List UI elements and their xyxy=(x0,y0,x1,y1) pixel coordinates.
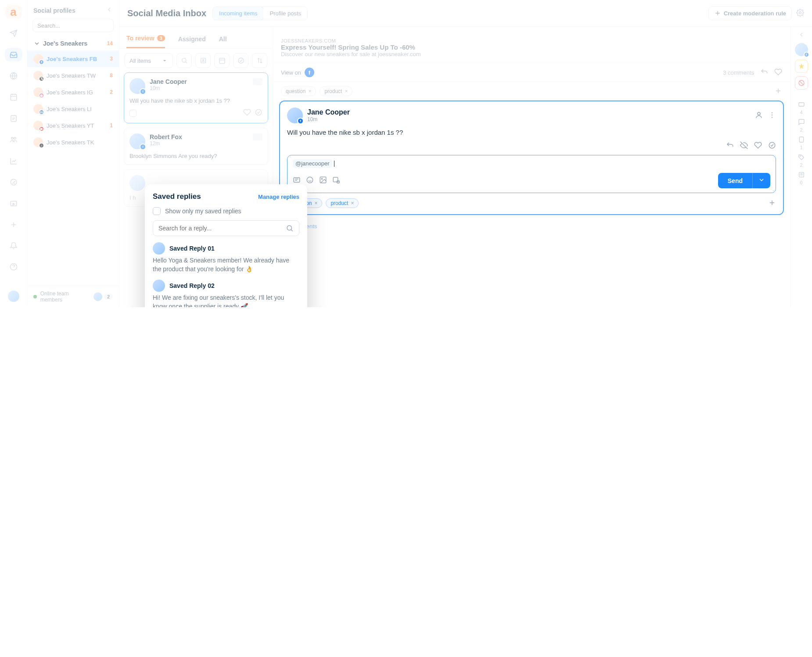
filter-search-icon[interactable] xyxy=(176,53,192,68)
tag-product[interactable]: product× xyxy=(320,86,352,96)
filter-check-icon[interactable] xyxy=(233,53,248,68)
profile-item-tw[interactable]: 𝕏 Joe's Sneakers TW 8 xyxy=(27,67,119,84)
nav-help-icon[interactable] xyxy=(5,260,22,273)
caret-down-icon xyxy=(161,57,168,64)
svg-point-19 xyxy=(772,117,772,118)
more-icon[interactable] xyxy=(768,111,776,120)
add-tag-icon[interactable] xyxy=(774,87,782,96)
seg-profile-posts[interactable]: Profile posts xyxy=(263,7,307,20)
saved-replies-popover: Saved replies Manage replies Show only m… xyxy=(145,184,307,307)
image-icon[interactable] xyxy=(319,176,327,185)
create-rule-button[interactable]: Create moderation rule xyxy=(708,6,792,20)
send-more-button[interactable] xyxy=(752,173,770,188)
nav-team-icon[interactable] xyxy=(5,133,22,146)
show-only-checkbox[interactable] xyxy=(153,207,161,215)
reply-search[interactable] xyxy=(153,220,299,236)
check-circle-icon[interactable] xyxy=(768,141,776,151)
heart-icon[interactable] xyxy=(774,68,782,77)
message-card[interactable]: f Robert Fox 12m Brooklyn Simmons Are yo… xyxy=(124,128,268,165)
profile-item-yt[interactable]: ▶ Joe's Sneakers YT 1 xyxy=(27,117,119,134)
svg-point-14 xyxy=(238,58,244,63)
svg-point-17 xyxy=(772,112,772,113)
svg-point-22 xyxy=(307,177,313,183)
saved-reply-item[interactable]: Saved Reply 02 Hi! We are fixing our sne… xyxy=(153,280,299,307)
nav-inbox-icon[interactable] xyxy=(5,48,22,61)
tag-remove-icon[interactable]: × xyxy=(345,88,348,94)
heart-icon[interactable] xyxy=(243,108,251,118)
rr-user-avatar[interactable]: f xyxy=(795,43,808,56)
filter-date-icon[interactable] xyxy=(214,53,230,68)
rr-chat-icon[interactable] xyxy=(798,118,805,126)
saved-reply-item[interactable]: Saved Reply 01 Hello Yoga & Sneakers mem… xyxy=(153,242,299,273)
view-segment: Incoming items Profile posts xyxy=(212,7,308,20)
tag-question[interactable]: question× xyxy=(281,86,316,96)
show-only-row[interactable]: Show only my saved replies xyxy=(153,207,299,215)
filter-select[interactable]: All items xyxy=(125,53,173,68)
profiles-search-input[interactable] xyxy=(37,22,111,29)
filter-contact-icon[interactable] xyxy=(195,53,211,68)
profile-item-fb[interactable]: f Joe's Sneakers FB 3 xyxy=(27,50,119,67)
attachment-icon xyxy=(253,133,262,140)
rr-note-icon[interactable] xyxy=(798,136,805,144)
profile-item-tk[interactable]: ♪ Joe's Sneakers TK xyxy=(27,134,119,151)
seg-incoming[interactable]: Incoming items xyxy=(212,7,264,20)
conversation-body: Will you have the nike sb x jordan 1s ?? xyxy=(287,129,776,136)
nav-calendar-icon[interactable] xyxy=(5,90,22,104)
online-avatar xyxy=(93,292,102,301)
check-circle-icon[interactable] xyxy=(255,108,262,118)
ban-icon[interactable] xyxy=(795,76,808,90)
tag-remove-icon[interactable]: × xyxy=(308,88,311,94)
rr-card-icon[interactable] xyxy=(798,101,805,109)
star-icon[interactable] xyxy=(795,60,808,73)
comments-count: 3 comments xyxy=(723,69,754,76)
nav-bell-icon[interactable] xyxy=(5,239,22,252)
profile-item-ig[interactable]: ◉ Joe's Sneakers IG 2 xyxy=(27,84,119,101)
nav-send-icon[interactable] xyxy=(5,27,22,40)
msg-checkbox[interactable] xyxy=(129,110,137,117)
rr-tag-icon[interactable] xyxy=(798,154,805,162)
online-count: 2 xyxy=(104,294,113,300)
profiles-search[interactable] xyxy=(32,19,114,32)
tag-product[interactable]: product× xyxy=(326,198,359,208)
schedule-icon[interactable] xyxy=(332,176,340,185)
popover-title: Saved replies xyxy=(153,192,201,201)
rr-collapse-icon[interactable] xyxy=(798,31,805,39)
tag-remove-icon[interactable]: × xyxy=(351,200,354,206)
tab-to-review[interactable]: To review3 xyxy=(126,31,165,48)
collapse-icon[interactable] xyxy=(106,6,113,14)
nav-add-icon[interactable] xyxy=(5,218,22,231)
heart-icon[interactable] xyxy=(754,141,762,151)
reply-search-input[interactable] xyxy=(158,225,286,232)
nav-dashboard-icon[interactable] xyxy=(5,176,22,189)
message-card[interactable]: f Jane Cooper 10m Will you have the nike… xyxy=(124,72,268,123)
svg-point-32 xyxy=(287,226,292,230)
profile-group[interactable]: Joe's Sneakers 14 xyxy=(27,36,119,50)
tab-assigned[interactable]: Assigned xyxy=(178,31,206,48)
reply-icon[interactable] xyxy=(760,68,768,77)
nav-rail: a xyxy=(0,0,27,307)
nav-user-avatar[interactable] xyxy=(5,290,22,303)
filter-sort-icon[interactable] xyxy=(252,53,267,68)
add-tag-icon[interactable] xyxy=(768,199,776,208)
profile-item-li[interactable]: in Joe's Sneakers LI xyxy=(27,101,119,117)
nav-globe-icon[interactable] xyxy=(5,69,22,83)
svg-rect-29 xyxy=(799,137,803,142)
send-button[interactable]: Send xyxy=(718,173,752,188)
rr-list-icon[interactable] xyxy=(798,171,805,179)
hide-icon[interactable] xyxy=(740,141,748,151)
user-icon[interactable] xyxy=(755,111,763,120)
tag-remove-icon[interactable]: × xyxy=(314,200,317,206)
reply-icon[interactable] xyxy=(726,141,734,151)
facebook-icon[interactable]: f xyxy=(305,68,314,77)
emoji-icon[interactable] xyxy=(306,176,314,185)
manage-replies-link[interactable]: Manage replies xyxy=(258,194,299,200)
settings-gear-icon[interactable] xyxy=(796,9,804,18)
nav-analytics-icon[interactable] xyxy=(5,154,22,167)
reply-avatar xyxy=(153,280,165,292)
tab-all[interactable]: All xyxy=(219,31,227,48)
reply-box[interactable]: @janecooper Send xyxy=(287,155,776,193)
svg-point-3 xyxy=(11,137,13,140)
nav-notes-icon[interactable] xyxy=(5,112,22,125)
nav-library-icon[interactable] xyxy=(5,197,22,210)
more-comments-link[interactable]: ore comments xyxy=(273,219,790,233)
